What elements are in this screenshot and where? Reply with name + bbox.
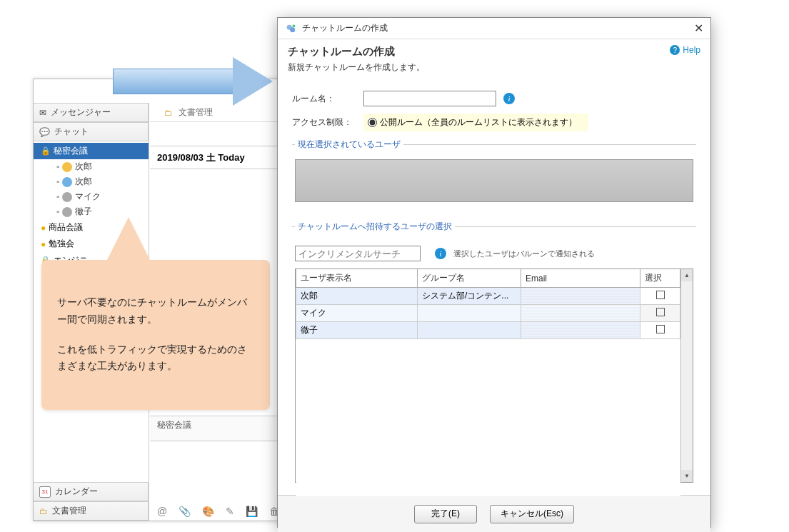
table-row[interactable]: マイク (296, 305, 680, 322)
info-icon[interactable]: i (435, 248, 446, 259)
sidebar-section-calendar[interactable]: 31 カレンダー (34, 482, 149, 501)
room-name: 秘密会議 (54, 145, 88, 157)
dot-icon: ● (41, 239, 46, 249)
mention-icon[interactable]: @ (157, 506, 167, 517)
annotation-callout: サーバ不要なのにチャットルームがメンバー間で同期されます。 これを低トラフィック… (41, 260, 270, 410)
lock-icon: 🔒 (41, 146, 51, 156)
highlight-arrow (113, 57, 277, 106)
users-table: ユーザ表示名 グループ名 Email 選択 次郎 システム部/コンテン... マ… (296, 269, 680, 496)
access-option-public[interactable]: 公開ルーム（全員のルームリストに表示されます） (363, 114, 588, 131)
checkbox-icon (656, 291, 665, 299)
access-label: アクセス制限： (292, 116, 363, 129)
scrollbar[interactable]: ▲ ▼ (680, 269, 693, 482)
access-radio[interactable] (368, 118, 377, 127)
table-row[interactable]: 徹子 (296, 322, 680, 339)
users-table-wrap: ユーザ表示名 グループ名 Email 選択 次郎 システム部/コンテン... マ… (295, 268, 693, 483)
folder-icon: 🗀 (39, 506, 48, 516)
fieldset-legend: 現在選択されているユーザ (295, 139, 403, 151)
calendar-icon: 31 (39, 486, 51, 498)
selected-users-box (295, 159, 693, 202)
svg-point-5 (292, 24, 295, 27)
chat-icon: 💬 (39, 127, 50, 137)
chatroom-icon (285, 23, 296, 34)
invite-users-fieldset: チャットルームへ招待するユーザの選択 i 選択したユーザはバルーンで通知される … (292, 221, 696, 486)
sidebar-label: メッセンジャー (51, 106, 111, 119)
ok-button[interactable]: 完了(E) (414, 505, 477, 523)
info-icon[interactable]: i (503, 93, 515, 104)
fieldset-legend: チャットルームへ招待するユーザの選択 (295, 221, 455, 233)
palette-icon[interactable]: 🎨 (202, 506, 214, 517)
table-row[interactable]: 次郎 システム部/コンテン... (296, 288, 680, 305)
col-email[interactable]: Email (521, 269, 640, 288)
callout-text: これを低トラフィックで実現するためのさまざまな工夫があります。 (57, 341, 254, 376)
col-username[interactable]: ユーザ表示名 (296, 269, 418, 288)
svg-point-4 (290, 27, 295, 32)
edit-icon[interactable]: ✎ (226, 506, 234, 517)
room-name-input[interactable] (363, 91, 496, 106)
search-hint: 選択したユーザはバルーンで通知される (453, 249, 595, 259)
sidebar-label: チャット (54, 126, 89, 138)
dialog-footer: 完了(E) キャンセル(Esc) (278, 495, 710, 532)
room-member[interactable]: マイク (34, 189, 149, 204)
sidebar-label: 文書管理 (52, 505, 86, 517)
col-group[interactable]: グループ名 (418, 269, 521, 288)
room-name-label: ルーム名： (292, 93, 363, 105)
dialog-body: ルーム名： i アクセス制限： 公開ルーム（全員のルームリストに表示されます） … (278, 81, 710, 495)
dialog-titlebar: チャットルームの作成 ✕ (278, 18, 710, 39)
sidebar-label: カレンダー (55, 486, 98, 498)
selected-users-fieldset: 現在選択されているユーザ (292, 139, 696, 205)
close-icon[interactable]: ✕ (694, 21, 703, 35)
mail-icon: ✉ (39, 108, 46, 118)
sidebar-section-messenger[interactable]: ✉ メッセンジャー (34, 103, 149, 122)
save-icon[interactable]: 💾 (246, 506, 258, 517)
checkbox-icon (656, 308, 665, 316)
help-icon: ? (670, 45, 680, 55)
dialog-header: ? Help チャットルームの作成 新規チャットルームを作成します。 (278, 39, 710, 81)
sidebar-section-chat[interactable]: 💬 チャット (34, 122, 149, 141)
room-name: 商品会議 (49, 221, 83, 234)
room-name: 勉強会 (49, 238, 74, 250)
sidebar-section-docs[interactable]: 🗀 文書管理 (34, 501, 149, 521)
dot-icon: ● (41, 223, 46, 233)
callout-text: サーバ不要なのにチャットルームがメンバー間で同期されます。 (57, 294, 254, 328)
table-header-row: ユーザ表示名 グループ名 Email 選択 (296, 269, 680, 288)
scroll-up-icon[interactable]: ▲ (681, 269, 693, 281)
help-link[interactable]: ? Help (670, 45, 700, 55)
create-chatroom-dialog: チャットルームの作成 ✕ ? Help チャットルームの作成 新規チャットルーム… (277, 17, 711, 528)
room-member[interactable]: 次郎 (34, 159, 149, 174)
folder-icon: 🗀 (164, 108, 173, 118)
dialog-heading: チャットルームの作成 (288, 45, 395, 59)
scroll-down-icon[interactable]: ▼ (681, 470, 693, 482)
incremental-search-input[interactable] (295, 246, 421, 261)
chat-room[interactable]: 🔒 秘密会議 (34, 143, 149, 159)
checkbox-icon (656, 325, 665, 333)
tab-docs[interactable]: 文書管理 (179, 106, 213, 119)
attach-icon[interactable]: 📎 (179, 506, 191, 517)
dialog-subheading: 新規チャットルームを作成します。 (288, 61, 700, 74)
cancel-button[interactable]: キャンセル(Esc) (490, 505, 574, 523)
window-title: チャットルームの作成 (302, 22, 388, 34)
room-member[interactable]: 次郎 (34, 174, 149, 189)
col-select[interactable]: 選択 (640, 269, 680, 288)
